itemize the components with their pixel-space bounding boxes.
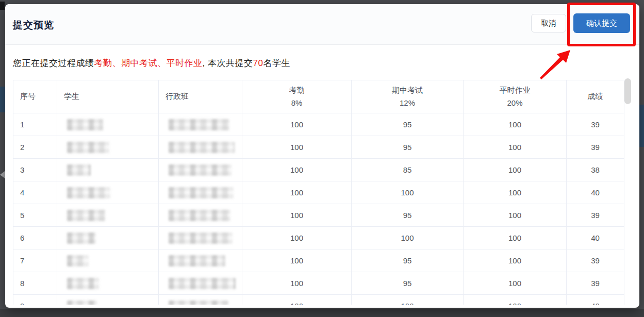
redacted-class-name bbox=[169, 210, 230, 221]
header-homework-weight: 20% bbox=[464, 97, 566, 110]
table-row: 410010010040 bbox=[13, 181, 624, 204]
cell-midterm: 95 bbox=[352, 272, 464, 295]
cell-row-number: 5 bbox=[13, 204, 57, 227]
cell-class-name bbox=[159, 272, 242, 295]
cell-score: 39 bbox=[567, 249, 624, 272]
cell-score: 39 bbox=[567, 113, 624, 136]
table-scrollbar-thumb[interactable] bbox=[624, 78, 631, 104]
cell-attendance: 100 bbox=[242, 113, 352, 136]
preview-table: 序号 学生 行政班 考勤 8% 期中考试 12% 平时作业 bbox=[13, 80, 624, 305]
modal-header: 提交预览 取消 确认提交 bbox=[5, 4, 639, 45]
cell-score: 40 bbox=[567, 295, 624, 305]
cell-midterm: 95 bbox=[352, 113, 464, 136]
header-midterm-weight: 12% bbox=[352, 97, 463, 110]
table-row: 21009510039 bbox=[13, 136, 624, 159]
cell-homework: 100 bbox=[464, 272, 567, 295]
cell-homework: 100 bbox=[464, 136, 567, 159]
cell-midterm: 95 bbox=[352, 249, 464, 272]
cell-homework: 100 bbox=[464, 227, 567, 249]
cell-attendance: 100 bbox=[242, 227, 352, 249]
cell-student-name bbox=[57, 227, 159, 249]
cell-student-name bbox=[57, 204, 159, 227]
submit-preview-modal: 提交预览 取消 确认提交 您正在提交过程成绩考勤、期中考试、平时作业, 本次共提… bbox=[5, 4, 639, 308]
background-panel-highlight bbox=[639, 105, 644, 147]
table-row: 81009510039 bbox=[13, 272, 624, 295]
redacted-class-name bbox=[169, 142, 235, 153]
preview-table-container: 序号 学生 行政班 考勤 8% 期中考试 12% 平时作业 bbox=[13, 80, 624, 305]
table-row: 51009510039 bbox=[13, 204, 624, 227]
header-homework: 平时作业 20% bbox=[464, 80, 567, 113]
cell-attendance: 100 bbox=[242, 159, 352, 181]
cell-score: 39 bbox=[567, 272, 624, 295]
redacted-student-name bbox=[67, 278, 99, 289]
cell-homework: 100 bbox=[464, 181, 567, 204]
cell-student-name bbox=[57, 181, 159, 204]
cell-row-number: 1 bbox=[13, 113, 57, 136]
header-student: 学生 bbox=[57, 80, 159, 113]
cell-score: 38 bbox=[567, 159, 624, 181]
cell-homework: 100 bbox=[464, 159, 567, 181]
confirm-submit-button[interactable]: 确认提交 bbox=[573, 13, 630, 33]
summary-student-count: 70 bbox=[253, 58, 263, 68]
cell-student-name bbox=[57, 136, 159, 159]
cell-midterm: 85 bbox=[352, 159, 464, 181]
cell-midterm: 95 bbox=[352, 136, 464, 159]
cell-student-name bbox=[57, 113, 159, 136]
cell-row-number: 7 bbox=[13, 249, 57, 272]
cell-row-number: 4 bbox=[13, 181, 57, 204]
redacted-class-name bbox=[169, 255, 225, 266]
cell-midterm: 100 bbox=[352, 295, 464, 305]
background-page-bottom bbox=[0, 309, 644, 317]
redacted-student-name bbox=[67, 119, 103, 130]
summary-prefix: 您正在提交过程成绩 bbox=[13, 58, 94, 68]
submission-summary-text: 您正在提交过程成绩考勤、期中考试、平时作业, 本次共提交70名学生 bbox=[13, 57, 290, 69]
cell-student-name bbox=[57, 295, 159, 305]
cell-homework: 100 bbox=[464, 204, 567, 227]
background-sidebar-highlight bbox=[0, 87, 5, 112]
header-attendance-weight: 8% bbox=[242, 97, 351, 110]
redacted-student-name bbox=[67, 164, 91, 176]
cell-class-name bbox=[159, 204, 242, 227]
cell-class-name bbox=[159, 136, 242, 159]
cell-score: 40 bbox=[567, 181, 624, 204]
summary-subjects: 考勤、期中考试、平时作业 bbox=[94, 58, 203, 68]
header-score: 成绩 bbox=[567, 80, 624, 113]
cell-midterm: 95 bbox=[352, 204, 464, 227]
header-homework-label: 平时作业 bbox=[464, 84, 566, 97]
table-row: 910010010040 bbox=[13, 295, 624, 305]
redacted-student-name bbox=[67, 301, 97, 305]
redacted-student-name bbox=[67, 187, 110, 198]
header-midterm: 期中考试 12% bbox=[352, 80, 464, 113]
table-row: 610010010040 bbox=[13, 227, 624, 249]
cell-row-number: 8 bbox=[13, 272, 57, 295]
cell-attendance: 100 bbox=[242, 272, 352, 295]
header-no: 序号 bbox=[13, 80, 57, 113]
cell-score: 39 bbox=[567, 204, 624, 227]
cell-class-name bbox=[159, 113, 242, 136]
cell-midterm: 100 bbox=[352, 181, 464, 204]
cell-midterm: 100 bbox=[352, 227, 464, 249]
cell-homework: 100 bbox=[464, 295, 567, 305]
cell-class-name bbox=[159, 227, 242, 249]
redacted-student-name bbox=[67, 232, 96, 244]
redacted-class-name bbox=[169, 278, 236, 289]
summary-suffix: 名学生 bbox=[263, 58, 290, 68]
cancel-button[interactable]: 取消 bbox=[531, 14, 566, 32]
background-page-icon bbox=[0, 2, 5, 10]
cell-student-name bbox=[57, 159, 159, 181]
cell-row-number: 9 bbox=[13, 295, 57, 305]
redacted-class-name bbox=[169, 119, 229, 130]
cell-score: 39 bbox=[567, 136, 624, 159]
redacted-class-name bbox=[169, 164, 232, 176]
modal-title: 提交预览 bbox=[13, 19, 54, 32]
cell-score: 40 bbox=[567, 227, 624, 249]
cell-attendance: 100 bbox=[242, 249, 352, 272]
header-attendance-label: 考勤 bbox=[242, 84, 351, 97]
cell-row-number: 2 bbox=[13, 136, 57, 159]
cell-attendance: 100 bbox=[242, 295, 352, 305]
redacted-class-name bbox=[169, 187, 234, 198]
cell-student-name bbox=[57, 249, 159, 272]
summary-middle: , 本次共提交 bbox=[203, 58, 253, 68]
redacted-student-name bbox=[67, 142, 109, 153]
redacted-student-name bbox=[67, 255, 89, 266]
